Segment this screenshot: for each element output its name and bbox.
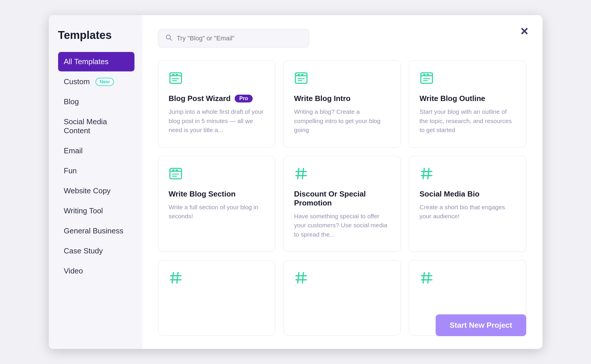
card-title-row: Social Media Bio — [420, 190, 515, 199]
svg-rect-5 — [176, 74, 178, 75]
sidebar-title: Templates — [58, 29, 134, 42]
search-bar — [158, 29, 309, 48]
svg-rect-4 — [172, 74, 175, 75]
sidebar-item-label: Case Study — [64, 246, 103, 255]
sidebar-item-label: Email — [64, 146, 83, 155]
card-icon-hash — [169, 271, 265, 288]
card-title-row: Blog Post Wizard Pro — [169, 94, 265, 103]
sidebar-item-fun[interactable]: Fun — [58, 161, 134, 181]
svg-line-27 — [302, 168, 303, 179]
card-icon-hash — [420, 167, 515, 184]
card-icon-hash — [420, 271, 515, 288]
card-icon-blog — [169, 71, 265, 88]
card-desc: Jump into a whole first draft of your bl… — [169, 107, 265, 135]
svg-rect-10 — [298, 74, 300, 75]
svg-line-1 — [170, 39, 172, 40]
search-input[interactable] — [177, 35, 302, 42]
svg-rect-23 — [176, 170, 178, 171]
card-icon-hash — [294, 167, 390, 184]
template-card-blog-post-wizard[interactable]: Blog Post Wizard Pro Jump into a whole f… — [158, 60, 275, 148]
card-icon-blog — [294, 71, 390, 88]
svg-line-35 — [177, 273, 178, 283]
svg-rect-22 — [172, 170, 175, 171]
card-desc: Writing a blog? Create a compelling intr… — [294, 107, 390, 135]
sidebar-item-label: Fun — [64, 166, 77, 175]
sidebar-item-label: All Templates — [64, 57, 109, 66]
svg-rect-17 — [427, 74, 429, 75]
templates-modal: Templates All TemplatesCustomNewBlogSoci… — [49, 15, 543, 349]
sidebar-item-label: Social Media Content — [64, 117, 129, 135]
sidebar-item-all-templates[interactable]: All Templates — [58, 52, 134, 71]
svg-line-31 — [428, 168, 429, 179]
sidebar-item-label: Video — [64, 266, 83, 275]
card-desc: Have something special to offer your cus… — [294, 212, 390, 239]
template-grid: Blog Post Wizard Pro Jump into a whole f… — [158, 60, 526, 336]
card-title: Blog Post Wizard — [169, 94, 231, 103]
card-title-row: Discount Or Special Promotion — [294, 190, 390, 208]
svg-line-30 — [423, 168, 424, 179]
card-desc: Start your blog with an outline of the t… — [420, 107, 515, 135]
card-icon-hash — [294, 271, 390, 288]
sidebar: Templates All TemplatesCustomNewBlogSoci… — [49, 15, 142, 349]
sidebar-item-label: General Business — [64, 226, 123, 235]
sidebar-item-writing-tool[interactable]: Writing Tool — [58, 201, 134, 221]
template-card-card8[interactable] — [283, 260, 401, 336]
sidebar-item-custom[interactable]: CustomNew — [58, 72, 134, 91]
card-title-row: Write Blog Outline — [420, 94, 515, 103]
sidebar-item-case-study[interactable]: Case Study — [58, 241, 134, 261]
card-title-row: Write Blog Intro — [294, 94, 390, 103]
pro-badge: Pro — [235, 95, 253, 102]
card-title: Write Blog Intro — [294, 94, 351, 103]
template-card-write-blog-outline[interactable]: Write Blog Outline Start your blog with … — [409, 60, 526, 148]
card-title: Discount Or Special Promotion — [294, 190, 390, 208]
sidebar-item-label: Blog — [64, 97, 79, 106]
close-button[interactable]: ✕ — [520, 26, 529, 38]
start-new-project-button[interactable]: Start New Project — [436, 314, 526, 336]
sidebar-item-blog[interactable]: Blog — [58, 92, 134, 111]
svg-line-43 — [428, 273, 429, 283]
card-title: Write Blog Outline — [420, 94, 485, 103]
svg-line-42 — [423, 273, 424, 283]
template-card-social-media-bio[interactable]: Social Media Bio Create a short bio that… — [409, 156, 526, 252]
sidebar-item-label: Website Copy — [64, 186, 111, 195]
svg-line-26 — [298, 168, 299, 179]
template-card-discount-special-promotion[interactable]: Discount Or Special Promotion Have somet… — [283, 156, 401, 252]
card-desc: Write a full section of your blog in sec… — [169, 203, 265, 221]
template-card-card7[interactable] — [158, 260, 275, 336]
card-title: Social Media Bio — [420, 190, 480, 199]
svg-line-34 — [172, 273, 173, 283]
sidebar-item-label: Writing Tool — [64, 206, 103, 215]
sidebar-item-general-business[interactable]: General Business — [58, 221, 134, 241]
card-title-row: Write Blog Section — [169, 190, 265, 199]
sidebar-item-social-media[interactable]: Social Media Content — [58, 112, 134, 140]
sidebar-item-video[interactable]: Video — [58, 261, 134, 281]
sidebar-item-label: Custom — [64, 77, 90, 86]
card-desc: Create a short bio that engages your aud… — [420, 203, 515, 221]
card-title: Write Blog Section — [169, 190, 236, 199]
sidebar-item-email[interactable]: Email — [58, 141, 134, 161]
main-content: ✕ Blog Post Wizard Pro Jump into a whole… — [142, 15, 543, 349]
svg-rect-16 — [423, 74, 425, 75]
new-badge: New — [96, 78, 114, 86]
svg-line-39 — [302, 273, 303, 283]
template-card-write-blog-intro[interactable]: Write Blog Intro Writing a blog? Create … — [283, 60, 401, 148]
svg-rect-11 — [301, 74, 303, 75]
svg-line-38 — [298, 273, 299, 283]
sidebar-item-website-copy[interactable]: Website Copy — [58, 181, 134, 201]
template-card-write-blog-section[interactable]: Write Blog Section Write a full section … — [158, 156, 275, 252]
search-icon — [165, 34, 172, 43]
card-icon-blog — [420, 71, 515, 88]
card-icon-blog — [169, 167, 265, 184]
